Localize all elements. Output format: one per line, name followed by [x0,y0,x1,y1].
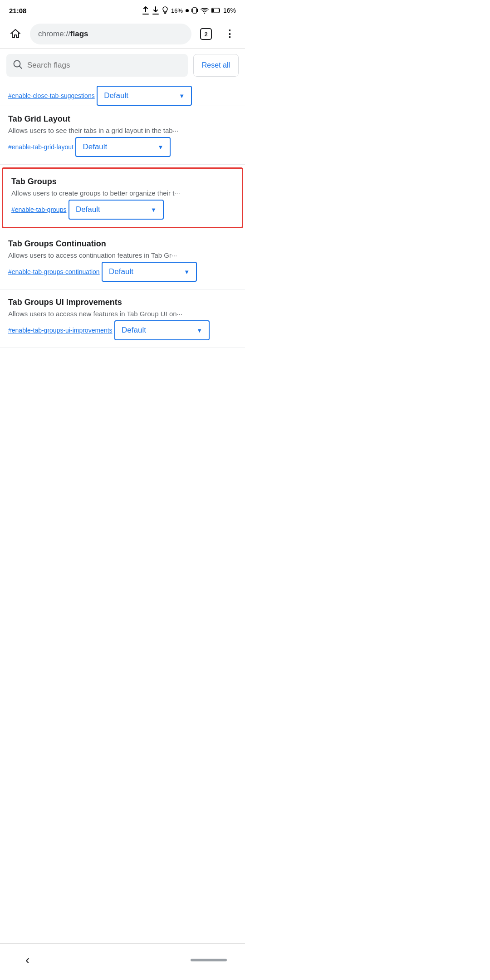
vibrate-icon [191,6,198,15]
dropdown-arrow-tab-groups-continuation: ▼ [184,269,190,275]
flag-link-tab-grid-layout[interactable]: #enable-tab-grid-layout [8,143,74,151]
tab-count-label: 2 [204,31,207,38]
flag-dropdown-tab-groups-continuation[interactable]: Default ▼ [102,262,197,282]
flag-item-tab-groups: Tab Groups Allows users to create groups… [2,167,243,228]
dropdown-arrow-tab-grid-layout: ▼ [158,144,164,151]
flag-item-tab-groups-continuation: Tab Groups Continuation Allows users to … [0,231,245,289]
tab-count-box: 2 [200,28,212,40]
search-wrapper [6,54,188,77]
dropdown-label-tab-groups: Default [76,205,100,214]
flag-title-tab-groups-ui-improvements: Tab Groups UI Improvements [8,298,237,307]
dropdown-label-tab-groups-continuation: Default [109,267,133,276]
address-path: flags [70,29,88,39]
dropdown-arrow-close-tab: ▼ [179,93,185,99]
dropdown-label-tab-groups-ui-improvements: Default [122,326,146,335]
svg-point-1 [204,13,205,14]
flag-title-tab-grid-layout: Tab Grid Layout [8,114,237,124]
reset-all-button[interactable]: Reset all [193,54,239,77]
browser-chrome: chrome://flags 2 ⋮ [0,20,245,49]
status-time: 21:08 [9,7,26,15]
flag-link-tab-groups-continuation[interactable]: #enable-tab-groups-continuation [8,268,100,275]
home-button[interactable] [6,25,24,43]
flag-link-tab-groups-ui-improvements[interactable]: #enable-tab-groups-ui-improvements [8,327,113,334]
flags-content: #enable-close-tab-suggestions Default ▼ … [0,82,245,384]
dropdown-arrow-tab-groups-ui-improvements: ▼ [196,327,202,334]
svg-rect-0 [193,8,196,13]
flag-dropdown-close-tab[interactable]: Default ▼ [97,86,192,106]
more-button[interactable]: ⋮ [220,25,239,43]
search-input[interactable] [27,61,181,70]
battery-icon [211,8,220,13]
dropdown-arrow-tab-groups: ▼ [151,206,157,213]
flag-item-tab-groups-ui-improvements: Tab Groups UI Improvements Allows users … [0,289,245,348]
flag-title-tab-groups: Tab Groups [11,177,234,186]
search-area: Reset all [0,49,245,82]
flag-link-tab-groups[interactable]: #enable-tab-groups [11,206,66,213]
download-icon [152,6,159,15]
upload-icon [142,6,149,15]
address-protocol: chrome:// [38,29,70,39]
dropdown-label-close-tab: Default [104,91,128,100]
flag-item-tab-grid-layout: Tab Grid Layout Allows users to see thei… [0,106,245,165]
svg-rect-3 [212,9,214,12]
flag-desc-tab-groups: Allows users to create groups to better … [11,188,234,198]
flag-desc-tab-grid-layout: Allows users to see their tabs in a grid… [8,126,237,135]
status-icons: 16% 16% [142,6,236,15]
flag-dropdown-tab-groups[interactable]: Default ▼ [69,200,164,220]
battery-percent-right: 16% [223,7,236,14]
flag-title-tab-groups-continuation: Tab Groups Continuation [8,239,237,249]
status-bar: 21:08 16% [0,0,245,20]
tab-count-button[interactable]: 2 [197,25,215,43]
flag-item-close-tab-suggestions: #enable-close-tab-suggestions Default ▼ [0,82,245,106]
dropdown-label-tab-grid-layout: Default [83,142,107,152]
flag-desc-tab-groups-continuation: Allows users to access continuation feat… [8,250,237,260]
flag-desc-tab-groups-ui-improvements: Allows users to access new features in T… [8,309,237,318]
battery-percent-left: 16% [171,7,183,14]
flag-dropdown-tab-groups-ui-improvements[interactable]: Default ▼ [114,320,210,340]
search-icon [13,59,23,71]
notification-dot [186,9,189,12]
address-bar[interactable]: chrome://flags [30,24,191,44]
flag-link-close-tab[interactable]: #enable-close-tab-suggestions [8,92,95,99]
wifi-icon [201,7,209,14]
flag-dropdown-tab-grid-layout[interactable]: Default ▼ [75,137,171,157]
bulb-icon [162,6,168,15]
